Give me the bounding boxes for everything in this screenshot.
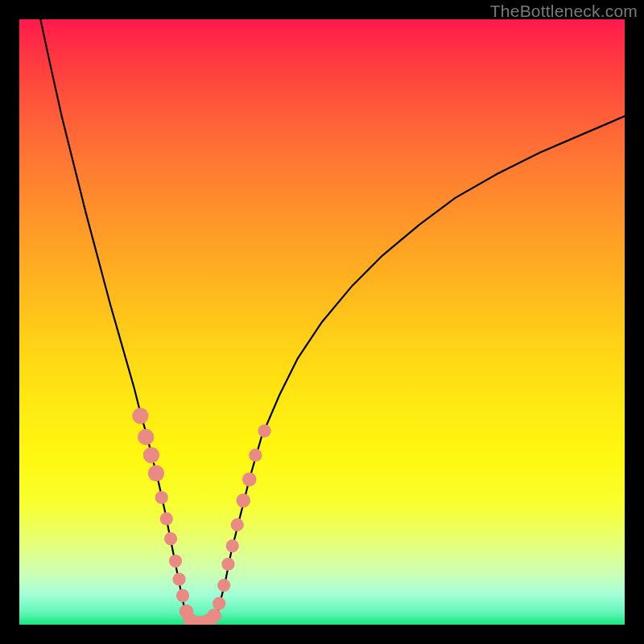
data-marker <box>138 429 154 445</box>
data-marker <box>132 407 148 423</box>
chart-frame: TheBottleneck.com <box>0 0 644 644</box>
data-marker <box>164 532 177 545</box>
data-marker <box>231 518 244 531</box>
data-marker <box>155 491 168 504</box>
data-marker <box>172 572 185 585</box>
bottleneck-curve <box>40 19 625 624</box>
data-marker <box>217 579 230 592</box>
plot-area <box>19 19 625 625</box>
data-marker <box>226 539 239 552</box>
data-marker <box>207 609 221 623</box>
data-marker <box>176 589 189 602</box>
data-marker <box>160 512 173 525</box>
data-marker <box>213 597 225 610</box>
data-markers <box>132 407 270 625</box>
data-marker <box>258 424 270 437</box>
watermark-text: TheBottleneck.com <box>490 2 638 21</box>
data-marker <box>169 555 182 568</box>
data-marker <box>221 558 234 571</box>
data-marker <box>242 473 257 487</box>
data-marker <box>148 465 164 481</box>
data-marker <box>249 448 262 461</box>
curve-layer <box>19 19 625 625</box>
data-marker <box>236 493 250 508</box>
data-marker <box>143 447 159 463</box>
